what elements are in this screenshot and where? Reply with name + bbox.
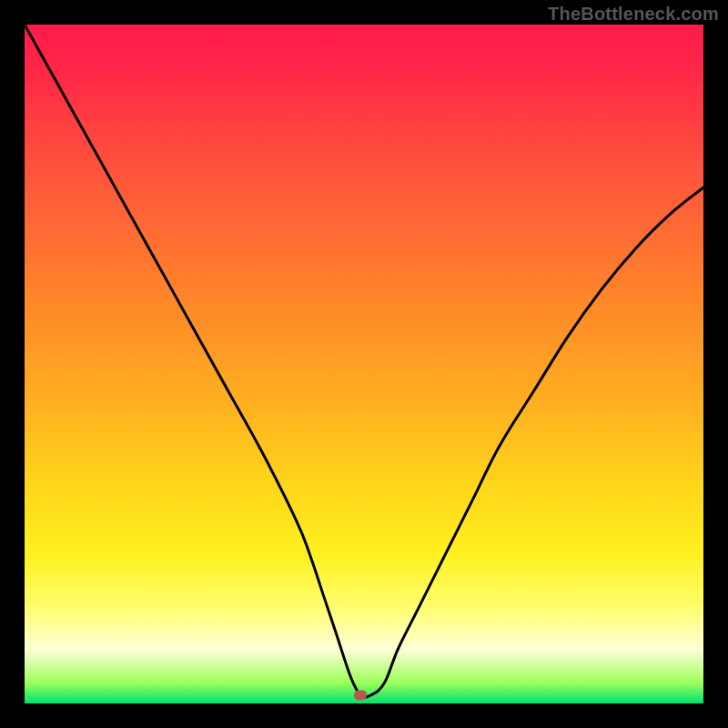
watermark-text: TheBottleneck.com xyxy=(548,4,719,25)
plot-area xyxy=(25,25,703,703)
optimal-point-marker xyxy=(354,691,367,701)
bottleneck-curve xyxy=(25,25,703,703)
chart-frame: TheBottleneck.com xyxy=(0,0,728,728)
